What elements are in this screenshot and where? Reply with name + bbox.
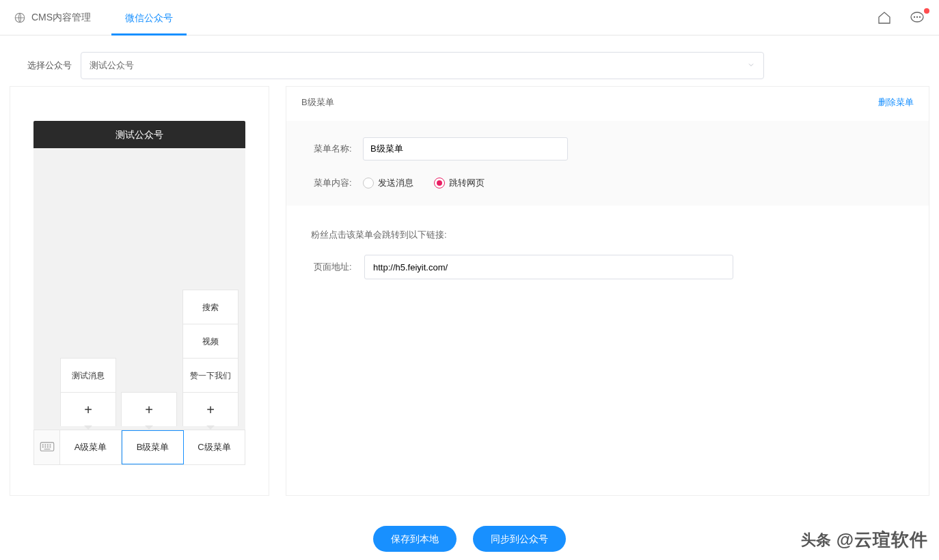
chevron-down-icon [747,61,755,71]
keyboard-icon[interactable] [34,430,60,464]
submenu-item[interactable]: 搜索 [182,290,239,324]
svg-point-9 [49,445,50,445]
submenu-column-0: 测试消息 + [60,358,116,430]
home-icon[interactable] [876,10,893,26]
svg-point-11 [44,447,45,447]
menu-form: 菜单名称: 菜单内容: 发送消息 跳转网页 [286,121,929,206]
submenu-arrow-icon [145,425,153,430]
detail-title: B级菜单 [301,96,334,109]
menu-name-input[interactable] [363,137,568,160]
radio-label: 跳转网页 [449,177,485,189]
menu-name-label: 菜单名称: [314,143,363,155]
account-select-value: 测试公众号 [90,59,134,72]
main-menu-c[interactable]: C级菜单 [184,430,245,464]
phone-title-bar: 测试公众号 [33,121,245,148]
link-hint: 粉丝点击该菜单会跳转到以下链接: [301,229,901,241]
svg-point-4 [920,16,921,17]
radio-circle-icon [434,178,445,188]
submenu-item[interactable]: 视频 [182,324,239,358]
submenu-arrow-icon [206,425,215,430]
chat-icon[interactable] [909,10,925,26]
action-buttons: 保存到本地 同步到公众号 [0,512,939,560]
watermark-text: @云瑄软件 [836,528,928,552]
phone-bottom-bar: A级菜单 B级菜单 C级菜单 [33,430,245,465]
account-selector-row: 选择公众号 测试公众号 [0,36,939,86]
submenu-column-2: 搜索 视频 赞一下我们 + [182,290,239,430]
phone-body: 测试消息 + + 搜索 视频 赞一下我们 + [33,148,245,430]
submenu-column-1: + [121,392,177,430]
radio-send-message[interactable]: 发送消息 [363,177,413,189]
sync-account-button[interactable]: 同步到公众号 [473,526,566,552]
globe-icon [14,12,26,24]
add-submenu-button[interactable]: + [182,392,239,426]
submenu-item[interactable]: 测试消息 [60,358,116,392]
delete-menu-link[interactable]: 删除菜单 [878,96,914,109]
add-submenu-button[interactable]: + [121,392,177,426]
account-select[interactable]: 测试公众号 [81,52,764,79]
detail-header: B级菜单 删除菜单 [286,87,929,118]
tab-wechat[interactable]: 微信公众号 [111,0,187,36]
page-url-label: 页面地址: [314,261,364,273]
submenu-arrow-icon [84,425,92,430]
main-menu-b[interactable]: B级菜单 [122,430,184,464]
add-submenu-button[interactable]: + [60,392,116,426]
watermark: 头条 @云瑄软件 [801,528,928,552]
page-url-input[interactable] [364,255,733,279]
svg-point-3 [917,16,918,17]
radio-label: 发送消息 [378,177,413,189]
account-selector-label: 选择公众号 [27,59,81,72]
svg-point-12 [47,447,48,447]
detail-column: B级菜单 删除菜单 菜单名称: 菜单内容: 发送消息 跳转网页 [286,86,929,496]
radio-jump-url[interactable]: 跳转网页 [434,177,485,189]
phone-preview-column: 测试公众号 测试消息 + + 搜索 视频 赞一下我们 + [10,86,269,496]
svg-point-6 [42,445,43,445]
svg-point-8 [47,445,48,445]
watermark-prefix: 头条 [801,530,831,550]
svg-point-7 [44,445,45,445]
menu-content-label: 菜单内容: [314,177,363,189]
radio-circle-icon [363,178,374,188]
breadcrumb-title: CMS内容管理 [31,12,91,24]
svg-point-2 [914,16,915,17]
save-local-button[interactable]: 保存到本地 [373,526,457,552]
notification-dot [924,8,929,14]
submenu-item[interactable]: 赞一下我们 [182,358,239,392]
topbar: CMS内容管理 微信公众号 [0,0,939,36]
svg-point-10 [42,447,43,447]
svg-point-13 [49,447,50,447]
link-block: 粉丝点击该菜单会跳转到以下链接: 页面地址: [286,208,929,307]
main-menu-a[interactable]: A级菜单 [60,430,122,464]
